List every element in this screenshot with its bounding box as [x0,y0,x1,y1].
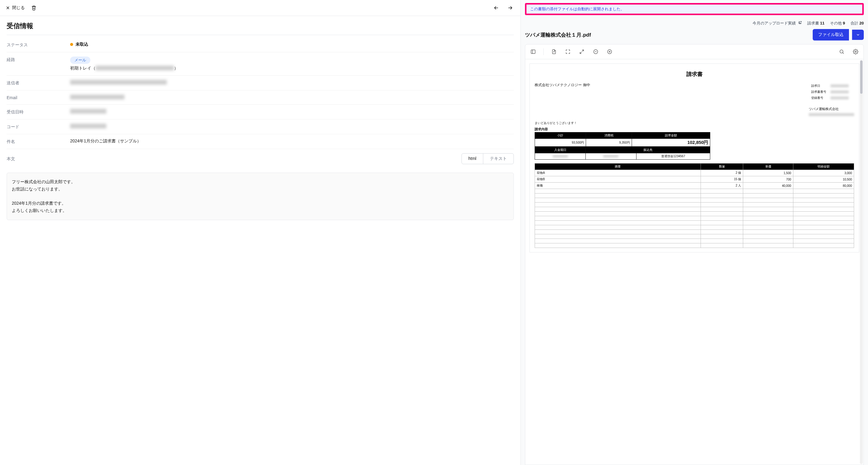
search-icon [839,49,844,54]
invoice-detail-table: 摘要 数量 単価 明細金額 荷物A2 個1,5003,000荷物B15 個700… [535,163,854,248]
stat-total: 合計 20 [850,21,864,26]
table-row-empty [535,207,854,212]
svg-rect-0 [531,50,535,54]
gear-icon [853,49,858,54]
zoom-out-icon [593,49,598,54]
file-title: ツバメ運輸株式会社１月.pdf [525,31,810,38]
table-row-empty [535,234,854,239]
table-row-empty [535,225,854,230]
close-icon [5,5,10,10]
table-row-empty [535,203,854,207]
table-row-empty [535,198,854,203]
chevron-down-icon [856,33,860,37]
code-redacted: redacted [70,124,106,128]
close-button[interactable]: 閉じる [5,5,25,10]
invoice-payment-table: 入金期日 振込先 x x 普通預金1234567 [535,147,710,159]
page-title: 受信情報 [7,22,514,35]
svg-point-3 [840,50,843,53]
status-dot-icon [70,43,73,46]
arrow-right-icon [507,5,513,11]
sender-label: 送信者 [7,80,70,86]
fit-button[interactable] [563,47,573,57]
import-button[interactable]: ファイル取込 [813,29,849,40]
invoice-section-summary: 請求内容 [535,127,854,132]
prev-button[interactable] [491,3,501,13]
pdf-viewer[interactable]: 請求書 株式会社ツバメテクノロジー 御中 請求日x 請求書番号x 登録番号x ツ… [525,59,864,465]
expand-icon [565,49,570,54]
zoom-in-button[interactable] [605,47,614,57]
stat-invoice: 請求書 11 [807,21,825,26]
body-content: フリー株式会社の山田太郎です。 お世話になっております。 2024年1月分の請求… [7,173,514,220]
table-row: 荷物B15 個70010,500 [535,176,854,183]
status-label: ステータス [7,42,70,48]
table-row-empty [535,189,854,194]
table-row: 稼働2 人40,00080,000 [535,183,854,189]
table-row-empty [535,239,854,243]
table-row-empty [535,216,854,221]
route-suffix: ） [174,66,178,70]
table-row-empty [535,243,854,248]
tab-text[interactable]: テキスト [483,153,514,164]
table-row-empty [535,230,854,234]
upload-stats-link[interactable]: 今月のアップロード実績 [752,21,802,26]
email-redacted: redacted email [70,95,125,99]
sender-redacted: redacted sender value [70,80,167,85]
route-redacted: redacted [95,66,174,70]
sidebar-icon [530,49,536,54]
trash-icon [31,5,37,10]
received-label: 受信日時 [7,109,70,115]
external-link-icon [798,21,802,25]
received-redacted: redacted date [70,109,106,114]
settings-button[interactable] [851,47,861,57]
zoom-out-button[interactable] [591,47,600,57]
route-badge: メール [70,57,90,64]
invoice-from: ツバメ運輸株式会社 [809,107,854,111]
search-button[interactable] [837,47,846,57]
route-label: 経路 [7,57,70,63]
rotate-button[interactable] [549,47,559,57]
viewer-scrollbar[interactable] [860,60,863,464]
tab-html[interactable]: html [462,153,483,164]
close-label: 閉じる [12,5,25,10]
arrow-left-icon [493,5,499,11]
table-row: 荷物A2 個1,5003,000 [535,170,854,176]
pdf-page: 請求書 株式会社ツバメテクノロジー 御中 請求日x 請求書番号x 登録番号x ツ… [529,63,859,253]
invoice-meta: 請求日x 請求書番号x 登録番号x [809,83,851,101]
next-button[interactable] [505,3,515,13]
subject-label: 件名 [7,139,70,145]
file-rotate-icon [551,49,557,54]
email-label: Email [7,95,70,100]
table-row-empty [535,212,854,216]
svg-point-4 [855,51,857,53]
route-prefix: 初期トレイ（ [70,66,95,70]
auto-expand-alert: この書類の添付ファイルは自動的に展開されました。 [525,3,864,15]
invoice-title: 請求書 [535,70,854,78]
sidebar-toggle-button[interactable] [528,47,538,57]
fullscreen-button[interactable] [577,47,587,57]
stat-other: その他 9 [830,21,845,26]
invoice-thanks: まいどありがとうございます！ [535,121,854,125]
body-label: 本文 [7,156,70,162]
invoice-summary-table: 小計 消費税 請求金額 93,500円 9,350円 102,850円 [535,132,710,147]
table-row-empty [535,194,854,198]
table-row-empty [535,221,854,225]
status-value: 未取込 [75,42,88,47]
code-label: コード [7,124,70,130]
scrollbar-thumb[interactable] [860,60,863,94]
delete-button[interactable] [29,3,39,13]
import-dropdown-button[interactable] [852,30,864,40]
diagonal-expand-icon [579,49,585,54]
invoice-to: 株式会社ツバメテクノロジー 御中 [535,83,590,88]
subject-value: 2024年1月分のご請求書（サンプル） [70,139,514,144]
body-format-segment: html テキスト [462,153,514,164]
zoom-in-icon [607,49,612,54]
